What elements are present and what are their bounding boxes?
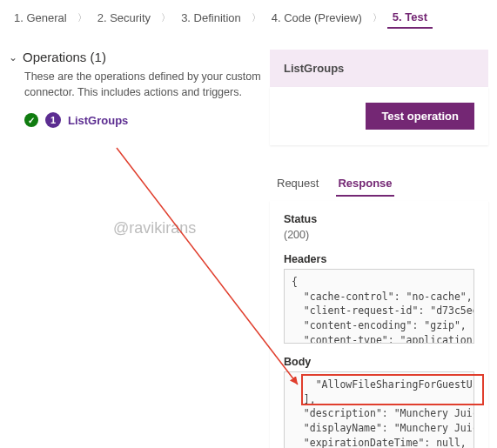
chevron-right-icon: 〉 [76,11,89,24]
operations-panel: ⌄ Operations (1) These are the operation… [9,50,261,448]
status-label: Status [284,213,474,225]
operations-header[interactable]: ⌄ Operations (1) [9,50,261,64]
response-panel: Status (200) Headers { "cache-control": … [270,201,488,448]
step-code[interactable]: 4. Code (Preview) [266,8,367,28]
chevron-right-icon: 〉 [250,11,263,24]
operation-name: ListGroups [68,114,128,127]
tab-request[interactable]: Request [275,171,320,197]
headers-textbox[interactable]: { "cache-control": "no-cache", "client-r… [284,269,474,344]
chevron-right-icon: 〉 [159,11,172,24]
tab-response[interactable]: Response [336,171,393,197]
body-label: Body [284,356,474,368]
operations-description: These are the operations defined by your… [9,70,261,100]
status-value: (200) [284,229,474,241]
operations-title: Operations (1) [23,50,106,64]
step-test[interactable]: 5. Test [387,7,433,29]
test-panel-header: ListGroups [270,50,488,87]
wizard-nav: 1. General 〉 2. Security 〉 3. Definition… [0,0,497,36]
step-security[interactable]: 2. Security [92,8,156,28]
headers-label: Headers [284,253,474,265]
body-textbox[interactable]: "AllowFileSharingForGuestUsers" ], "desc… [284,371,474,448]
operation-item[interactable]: ✓ 1 ListGroups [9,112,261,128]
result-tabs: Request Response [270,171,488,197]
step-definition[interactable]: 3. Definition [176,8,246,28]
step-general[interactable]: 1. General [9,8,72,28]
chevron-right-icon: 〉 [371,11,384,24]
check-icon: ✓ [24,113,38,127]
test-panel-body: Test operation [270,87,488,145]
chevron-down-icon: ⌄ [9,51,17,64]
test-operation-button[interactable]: Test operation [366,103,474,130]
step-number-badge: 1 [45,112,61,128]
